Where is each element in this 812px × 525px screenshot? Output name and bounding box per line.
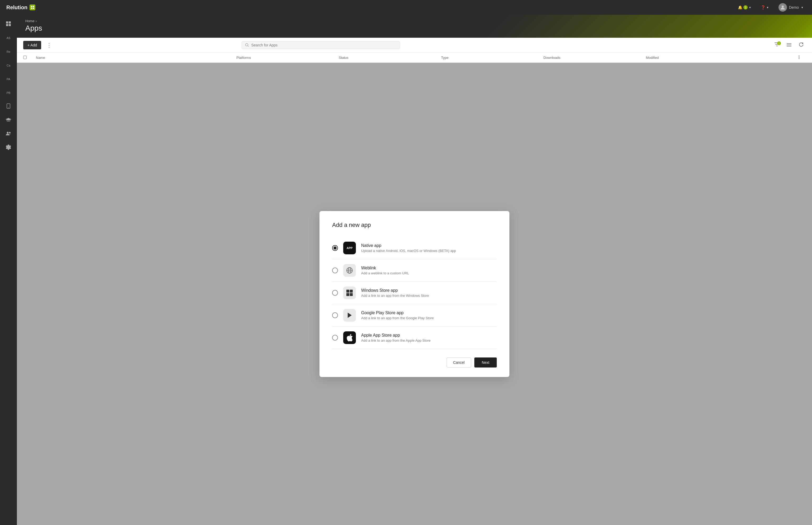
avatar [779,3,787,12]
filter-badge: 1 [777,41,781,45]
svg-rect-26 [350,290,353,292]
add-button[interactable]: + Add [23,41,41,49]
svg-marker-29 [348,313,352,318]
mobile-icon [6,103,11,110]
sidebar-item-learning[interactable] [2,114,15,126]
svg-rect-7 [6,24,8,26]
dashboard-icon [6,21,11,28]
sidebar-item-ca[interactable]: Ca [2,59,15,72]
topnav-actions: 🔔 1 ▼ ❓ ▼ Demo ▼ [736,2,806,13]
svg-rect-0 [31,6,32,7]
modal-overlay: Add a new app APP Native app Upload a na… [17,63,812,525]
icon-windows [343,286,356,299]
svg-rect-3 [33,7,34,9]
sidebar-item-mobile[interactable] [2,100,15,113]
help-chevron: ▼ [766,6,769,9]
weblink-desc: Add a weblink to a custom URL [361,271,497,275]
windows-text: Windows Store app Add a link to an app f… [361,288,497,298]
help-icon: ❓ [761,5,765,10]
search-bar [242,41,400,49]
header-decoration [733,15,812,38]
app-logo: Relution [6,4,35,11]
help-button[interactable]: ❓ ▼ [759,4,771,11]
google-desc: Add a link to an app from the Google Pla… [361,316,497,320]
sidebar-item-pb[interactable]: PB [2,87,15,99]
sidebar-label-ca: Ca [6,64,10,67]
list-view-button[interactable] [785,41,794,49]
sidebar-item-re[interactable]: Re [2,45,15,58]
windows-svg [346,289,353,296]
svg-rect-5 [6,21,8,24]
logo-icon: Relution [6,4,27,11]
icon-weblink [343,264,356,277]
search-icon [245,43,249,47]
google-text: Google Play Store app Add a link to an a… [361,311,497,320]
sidebar-item-pa[interactable]: PA [2,73,15,86]
svg-rect-6 [9,21,11,24]
filter-button[interactable]: 1 [772,41,781,49]
option-windows[interactable]: Windows Store app Add a link to an app f… [332,282,497,304]
native-title: Native app [361,243,497,248]
sidebar: AS Re Ca PA PB [0,15,17,525]
option-weblink[interactable]: Weblink Add a weblink to a custom URL [332,259,497,282]
option-apple[interactable]: Apple App Store app Add a link to an app… [332,327,497,349]
col-header-type: Type [441,56,539,60]
radio-native[interactable] [332,245,338,251]
windows-desc: Add a link to an app from the Windows St… [361,294,497,298]
svg-rect-27 [346,293,349,296]
logo-badge [30,4,35,10]
radio-google[interactable] [332,312,338,318]
toolbar: + Add ⋮ 1 [17,38,812,53]
gear-icon [6,145,11,151]
sidebar-item-users[interactable] [2,128,15,140]
native-desc: Upload a native Android, iOS, macOS or W… [361,249,497,253]
sidebar-label-as: AS [6,36,11,40]
icon-native: APP [343,242,356,254]
sidebar-item-dashboard[interactable] [2,18,15,31]
more-options-button[interactable]: ⋮ [44,41,54,49]
icon-apple [343,331,356,344]
next-button[interactable]: Next [474,358,497,368]
radio-apple[interactable] [332,335,338,341]
radio-weblink[interactable] [332,268,338,273]
sidebar-item-settings[interactable] [2,141,15,154]
svg-rect-2 [31,7,32,9]
breadcrumb-home[interactable]: Home [25,19,34,23]
svg-point-4 [782,5,784,7]
native-text: Native app Upload a native Android, iOS,… [361,243,497,253]
modal-title: Add a new app [332,222,497,228]
breadcrumb: Home › [25,19,803,23]
user-chevron: ▼ [801,6,803,9]
sidebar-item-as[interactable]: AS [2,32,15,44]
refresh-button[interactable] [797,41,806,49]
content-area: Add a new app APP Native app Upload a na… [17,63,812,525]
user-name-label: Demo [789,5,799,10]
page-header: Home › Apps [17,15,812,38]
page-title: Apps [25,24,803,32]
col-header-platforms: Platforms [236,56,334,60]
apple-title: Apple App Store app [361,333,497,338]
modal-footer: Cancel Next [332,358,497,368]
cancel-button[interactable]: Cancel [447,358,471,368]
notification-chevron: ▼ [749,6,751,9]
checkbox-all[interactable] [23,56,27,59]
svg-rect-28 [350,293,353,296]
notification-button[interactable]: 🔔 1 ▼ [736,4,753,11]
refresh-icon [799,42,803,47]
sidebar-label-re: Re [6,50,10,53]
option-native[interactable]: APP Native app Upload a native Android, … [332,237,497,259]
col-header-modified: Modified [646,56,793,60]
col-header-status: Status [339,56,437,60]
col-header-more [797,56,806,60]
svg-rect-25 [346,290,349,292]
sidebar-label-pb: PB [6,91,11,94]
search-input[interactable] [251,43,396,47]
table-header: Name Platforms Status Type Downloads Mod… [17,53,812,63]
col-header-name: Name [36,56,232,60]
radio-windows[interactable] [332,290,338,296]
graduation-icon [5,118,11,123]
svg-point-14 [245,44,248,46]
user-menu-button[interactable]: Demo ▼ [777,2,806,13]
option-google[interactable]: Google Play Store app Add a link to an a… [332,304,497,327]
select-all-checkbox[interactable] [23,56,32,60]
